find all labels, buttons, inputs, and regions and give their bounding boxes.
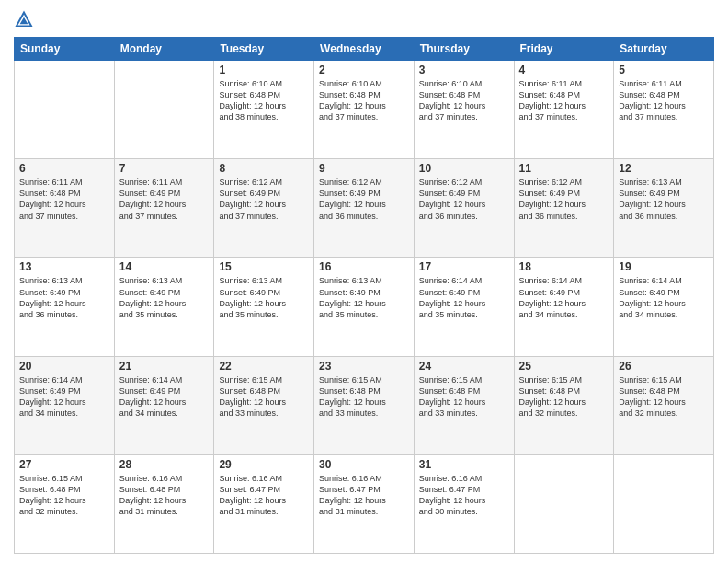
calendar-cell: 24Sunrise: 6:15 AM Sunset: 6:48 PM Dayli… [414,356,514,454]
week-row-5: 27Sunrise: 6:15 AM Sunset: 6:48 PM Dayli… [15,454,714,553]
day-info: Sunrise: 6:13 AM Sunset: 6:49 PM Dayligh… [319,275,409,320]
weekday-header-saturday: Saturday [614,38,714,61]
calendar-cell [15,61,115,159]
header [14,9,714,29]
day-info: Sunrise: 6:10 AM Sunset: 6:48 PM Dayligh… [319,78,409,123]
calendar-cell: 15Sunrise: 6:13 AM Sunset: 6:49 PM Dayli… [214,258,314,356]
day-number: 21 [119,360,210,373]
calendar-cell: 26Sunrise: 6:15 AM Sunset: 6:48 PM Dayli… [614,356,714,454]
day-number: 18 [519,260,609,273]
day-number: 30 [319,458,409,471]
weekday-header-wednesday: Wednesday [314,38,415,61]
weekday-header-tuesday: Tuesday [214,38,314,61]
day-number: 20 [19,360,109,373]
day-info: Sunrise: 6:12 AM Sunset: 6:49 PM Dayligh… [219,177,309,222]
day-info: Sunrise: 6:11 AM Sunset: 6:48 PM Dayligh… [19,177,109,222]
weekday-header-friday: Friday [514,38,614,61]
calendar-cell: 28Sunrise: 6:16 AM Sunset: 6:48 PM Dayli… [114,454,214,553]
day-info: Sunrise: 6:16 AM Sunset: 6:48 PM Dayligh… [119,473,210,518]
calendar-cell: 23Sunrise: 6:15 AM Sunset: 6:48 PM Dayli… [314,356,415,454]
day-info: Sunrise: 6:16 AM Sunset: 6:47 PM Dayligh… [219,473,309,518]
day-info: Sunrise: 6:11 AM Sunset: 6:49 PM Dayligh… [119,177,210,222]
day-info: Sunrise: 6:10 AM Sunset: 6:48 PM Dayligh… [419,78,509,123]
day-info: Sunrise: 6:16 AM Sunset: 6:47 PM Dayligh… [319,473,409,518]
calendar-cell [614,454,714,553]
day-number: 1 [219,63,309,76]
week-row-2: 6Sunrise: 6:11 AM Sunset: 6:48 PM Daylig… [15,159,714,258]
calendar-cell: 8Sunrise: 6:12 AM Sunset: 6:49 PM Daylig… [214,159,314,258]
week-row-3: 13Sunrise: 6:13 AM Sunset: 6:49 PM Dayli… [15,258,714,356]
day-info: Sunrise: 6:14 AM Sunset: 6:49 PM Dayligh… [19,374,109,419]
calendar-cell [514,454,614,553]
calendar-cell: 1Sunrise: 6:10 AM Sunset: 6:48 PM Daylig… [214,61,314,159]
calendar-cell: 29Sunrise: 6:16 AM Sunset: 6:47 PM Dayli… [214,454,314,553]
day-info: Sunrise: 6:10 AM Sunset: 6:48 PM Dayligh… [219,78,309,123]
weekday-header-sunday: Sunday [15,38,115,61]
day-number: 4 [519,63,609,76]
calendar-cell [114,61,214,159]
day-number: 15 [219,260,309,273]
day-number: 27 [19,458,109,471]
weekday-header-thursday: Thursday [414,38,514,61]
day-number: 6 [19,162,109,175]
day-number: 31 [419,458,509,471]
day-number: 10 [419,162,509,175]
weekday-header-monday: Monday [114,38,214,61]
day-number: 23 [319,360,409,373]
day-number: 3 [419,63,509,76]
day-info: Sunrise: 6:14 AM Sunset: 6:49 PM Dayligh… [419,275,509,320]
day-info: Sunrise: 6:13 AM Sunset: 6:49 PM Dayligh… [19,275,109,320]
calendar-cell: 4Sunrise: 6:11 AM Sunset: 6:48 PM Daylig… [514,61,614,159]
day-info: Sunrise: 6:12 AM Sunset: 6:49 PM Dayligh… [419,177,509,222]
day-info: Sunrise: 6:14 AM Sunset: 6:49 PM Dayligh… [619,275,709,320]
day-number: 12 [619,162,709,175]
weekday-header-row: SundayMondayTuesdayWednesdayThursdayFrid… [15,38,714,61]
calendar-cell: 21Sunrise: 6:14 AM Sunset: 6:49 PM Dayli… [114,356,214,454]
day-info: Sunrise: 6:16 AM Sunset: 6:47 PM Dayligh… [419,473,509,518]
calendar-cell: 14Sunrise: 6:13 AM Sunset: 6:49 PM Dayli… [114,258,214,356]
calendar-cell: 18Sunrise: 6:14 AM Sunset: 6:49 PM Dayli… [514,258,614,356]
day-number: 7 [119,162,210,175]
day-info: Sunrise: 6:12 AM Sunset: 6:49 PM Dayligh… [319,177,409,222]
day-info: Sunrise: 6:15 AM Sunset: 6:48 PM Dayligh… [519,374,609,419]
calendar-cell: 27Sunrise: 6:15 AM Sunset: 6:48 PM Dayli… [15,454,115,553]
day-number: 22 [219,360,309,373]
logo-icon [14,9,34,29]
day-info: Sunrise: 6:15 AM Sunset: 6:48 PM Dayligh… [319,374,409,419]
calendar-cell: 25Sunrise: 6:15 AM Sunset: 6:48 PM Dayli… [514,356,614,454]
calendar-cell: 11Sunrise: 6:12 AM Sunset: 6:49 PM Dayli… [514,159,614,258]
day-number: 28 [119,458,210,471]
day-number: 8 [219,162,309,175]
day-info: Sunrise: 6:14 AM Sunset: 6:49 PM Dayligh… [119,374,210,419]
calendar-cell: 22Sunrise: 6:15 AM Sunset: 6:48 PM Dayli… [214,356,314,454]
day-number: 13 [19,260,109,273]
day-info: Sunrise: 6:15 AM Sunset: 6:48 PM Dayligh… [219,374,309,419]
day-number: 5 [619,63,709,76]
day-info: Sunrise: 6:13 AM Sunset: 6:49 PM Dayligh… [219,275,309,320]
calendar-cell: 17Sunrise: 6:14 AM Sunset: 6:49 PM Dayli… [414,258,514,356]
calendar-cell: 12Sunrise: 6:13 AM Sunset: 6:49 PM Dayli… [614,159,714,258]
calendar-table: SundayMondayTuesdayWednesdayThursdayFrid… [14,37,714,554]
logo [14,9,38,29]
calendar-cell: 30Sunrise: 6:16 AM Sunset: 6:47 PM Dayli… [314,454,415,553]
calendar-cell: 7Sunrise: 6:11 AM Sunset: 6:49 PM Daylig… [114,159,214,258]
day-number: 14 [119,260,210,273]
calendar-cell: 9Sunrise: 6:12 AM Sunset: 6:49 PM Daylig… [314,159,415,258]
day-info: Sunrise: 6:15 AM Sunset: 6:48 PM Dayligh… [619,374,709,419]
day-info: Sunrise: 6:15 AM Sunset: 6:48 PM Dayligh… [19,473,109,518]
day-info: Sunrise: 6:12 AM Sunset: 6:49 PM Dayligh… [519,177,609,222]
calendar-cell: 19Sunrise: 6:14 AM Sunset: 6:49 PM Dayli… [614,258,714,356]
day-number: 25 [519,360,609,373]
day-number: 24 [419,360,509,373]
calendar-cell: 16Sunrise: 6:13 AM Sunset: 6:49 PM Dayli… [314,258,415,356]
calendar-cell: 31Sunrise: 6:16 AM Sunset: 6:47 PM Dayli… [414,454,514,553]
day-number: 2 [319,63,409,76]
calendar-page: SundayMondayTuesdayWednesdayThursdayFrid… [0,0,728,563]
day-info: Sunrise: 6:14 AM Sunset: 6:49 PM Dayligh… [519,275,609,320]
day-info: Sunrise: 6:11 AM Sunset: 6:48 PM Dayligh… [619,78,709,123]
calendar-cell: 6Sunrise: 6:11 AM Sunset: 6:48 PM Daylig… [15,159,115,258]
day-info: Sunrise: 6:15 AM Sunset: 6:48 PM Dayligh… [419,374,509,419]
day-number: 9 [319,162,409,175]
week-row-1: 1Sunrise: 6:10 AM Sunset: 6:48 PM Daylig… [15,61,714,159]
calendar-cell: 20Sunrise: 6:14 AM Sunset: 6:49 PM Dayli… [15,356,115,454]
